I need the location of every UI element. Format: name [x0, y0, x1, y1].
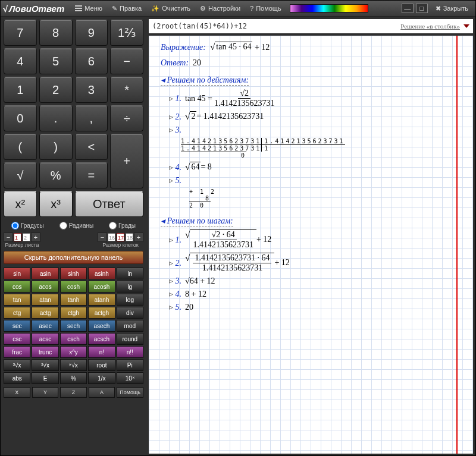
by-steps-header[interactable]: ◂ Решаем по шагам:: [161, 216, 233, 227]
key-4[interactable]: 4: [4, 48, 37, 74]
step-s3[interactable]: 3.√64 + 12: [169, 276, 455, 286]
fn-atanh[interactable]: atanh: [88, 294, 115, 306]
key-minus[interactable]: −: [110, 48, 143, 74]
step-a2[interactable]: 2. 2 = 1.4142135623731: [169, 111, 455, 122]
key-divide[interactable]: ÷: [110, 105, 143, 131]
fn-cosh[interactable]: cosh: [60, 281, 87, 293]
key-8[interactable]: 8: [39, 20, 73, 46]
var-x[interactable]: X: [4, 387, 30, 398]
key-multiply[interactable]: *: [110, 77, 143, 103]
fn-acosh[interactable]: acosh: [88, 281, 115, 293]
fn-sinh[interactable]: sinh: [60, 268, 87, 279]
cell-17[interactable]: 17: [117, 233, 124, 241]
key-9[interactable]: 9: [75, 20, 108, 46]
fn-10[interactable]: 10ˣ: [117, 372, 143, 384]
step-s1[interactable]: 1. √2 · 641.4142135623731 + 12: [169, 229, 455, 250]
minimize-button[interactable]: —: [402, 4, 414, 13]
edit-button[interactable]: ✎Правка: [108, 3, 146, 14]
fn-acsch[interactable]: acsch: [88, 333, 115, 345]
fn-xy[interactable]: x^y: [60, 346, 87, 358]
fn-acos[interactable]: acos: [32, 281, 58, 293]
step-a4[interactable]: 4. 64 = 8: [169, 162, 455, 172]
solution-mode[interactable]: Решение «в столбик»: [400, 22, 469, 31]
fn-round[interactable]: round: [117, 333, 143, 345]
solution-paper[interactable]: Выражение: tan 45 · 64 + 12 Ответ: 20 ◂ …: [149, 36, 473, 454]
maximize-button[interactable]: □: [416, 4, 428, 13]
step-s5[interactable]: 5.20: [169, 302, 455, 312]
var-y[interactable]: Y: [32, 387, 59, 398]
fn-root[interactable]: root: [88, 359, 115, 371]
by-actions-header[interactable]: ◂ Решаем по действиям:: [161, 75, 249, 86]
key-plus[interactable]: +: [110, 134, 143, 188]
step-a5[interactable]: 5.: [169, 175, 455, 185]
fn-csch[interactable]: csch: [60, 333, 87, 345]
mode-rad[interactable]: Радианы: [60, 222, 94, 229]
fn-acsc[interactable]: acsc: [32, 333, 58, 345]
fn-n[interactable]: n!: [88, 346, 115, 358]
cell-dec[interactable]: −: [98, 232, 107, 242]
fn-csc[interactable]: csc: [4, 333, 30, 345]
fn-x[interactable]: ³√x: [4, 359, 30, 371]
menu-button[interactable]: Меню: [71, 3, 107, 14]
fn-E[interactable]: E: [32, 372, 58, 384]
fn-trunc[interactable]: trunc: [32, 346, 58, 358]
sheet-inc[interactable]: +: [31, 232, 40, 242]
key-x2[interactable]: x²: [4, 191, 37, 217]
key-3[interactable]: 3: [75, 77, 108, 103]
cell-inc[interactable]: +: [134, 232, 143, 242]
var-z[interactable]: Z: [60, 387, 87, 398]
sheet-page-2[interactable]: 2: [23, 233, 30, 241]
fn-1x[interactable]: 1/x: [88, 372, 115, 384]
key-5[interactable]: 5: [39, 48, 73, 74]
fn-ctgh[interactable]: ctgh: [60, 307, 87, 319]
key-answer[interactable]: Ответ: [75, 191, 144, 217]
key-2[interactable]: 2: [39, 77, 73, 103]
fn-ln[interactable]: ln: [117, 268, 143, 279]
help-small[interactable]: Помощь: [117, 387, 143, 398]
step-a1[interactable]: 1. tan 45 = √21.4142135623731: [169, 89, 455, 108]
key-equals[interactable]: =: [75, 162, 108, 188]
key-dot[interactable]: .: [39, 105, 73, 131]
step-s4[interactable]: 4.8 + 12: [169, 289, 455, 299]
fn-tanh[interactable]: tanh: [60, 294, 87, 306]
key-6[interactable]: 6: [75, 48, 108, 74]
key-1[interactable]: 1: [4, 77, 37, 103]
cell-18[interactable]: 18: [126, 233, 133, 241]
settings-button[interactable]: ⚙Настройки: [196, 3, 245, 14]
fn-actg[interactable]: actg: [32, 307, 58, 319]
key-rparen[interactable]: ): [39, 134, 73, 160]
fn-atan[interactable]: atan: [32, 294, 58, 306]
key-0[interactable]: 0: [4, 105, 37, 131]
fn-log[interactable]: log: [117, 294, 143, 306]
fn-tan[interactable]: tan: [4, 294, 30, 306]
fn-asec[interactable]: asec: [32, 320, 58, 332]
close-button[interactable]: ✖Закрыть: [431, 3, 472, 14]
key-comma[interactable]: ,: [75, 105, 108, 131]
fn-asin[interactable]: asin: [32, 268, 58, 279]
fn-frac[interactable]: frac: [4, 346, 30, 358]
fn-mod[interactable]: mod: [117, 320, 143, 332]
fn-n[interactable]: n!!: [117, 346, 143, 358]
help-button[interactable]: ?Помощь: [246, 3, 286, 14]
clear-button[interactable]: ✨Очистить: [147, 3, 195, 14]
key-7[interactable]: 7: [4, 20, 37, 46]
sheet-page-1[interactable]: 1: [14, 233, 21, 241]
fn-x[interactable]: ³√x: [32, 359, 58, 371]
mode-deg[interactable]: Градусы: [11, 222, 44, 229]
key-percent[interactable]: %: [39, 162, 73, 188]
step-a3[interactable]: 3.: [169, 125, 455, 135]
cell-16[interactable]: 16: [108, 233, 115, 241]
spectrum-bar[interactable]: [290, 4, 368, 12]
fn-sin[interactable]: sin: [4, 268, 30, 279]
key-lparen[interactable]: (: [4, 134, 37, 160]
fn-sech[interactable]: sech: [60, 320, 87, 332]
fn-Pi[interactable]: Pi: [117, 359, 143, 371]
key-sqrt[interactable]: √: [4, 162, 37, 188]
key-backspace[interactable]: <: [75, 134, 108, 160]
mode-grad[interactable]: Грады: [109, 222, 136, 229]
fn-asech[interactable]: asech: [88, 320, 115, 332]
key-x3[interactable]: x³: [39, 191, 73, 217]
fn-ctg[interactable]: ctg: [4, 307, 30, 319]
expression-input[interactable]: (2root(tan(45)*64))+12: [152, 22, 247, 30]
fn-lg[interactable]: lg: [117, 281, 143, 293]
